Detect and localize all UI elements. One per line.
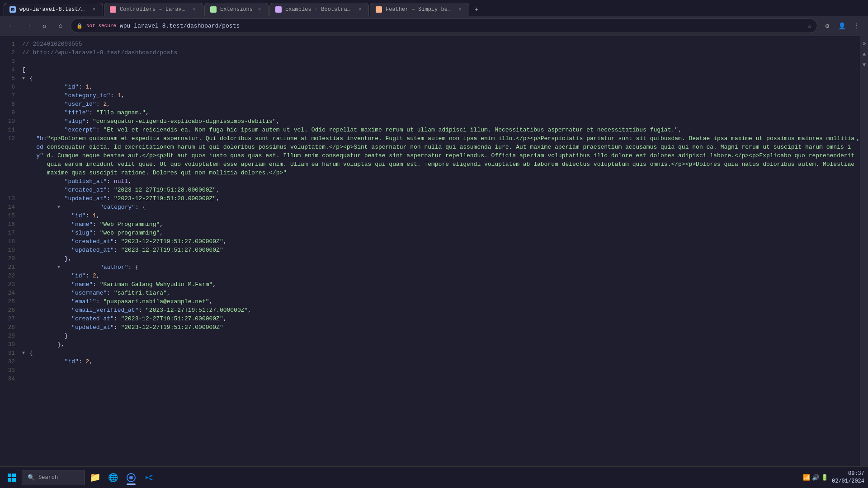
code-line-19: "slug": "web-programming", (20, 229, 860, 237)
svg-point-7 (129, 476, 133, 479)
extensions-icon[interactable]: ⚙ (821, 19, 834, 32)
code-line-9: "title": "Illo magnam.", (20, 108, 860, 117)
tab-close-2[interactable]: × (191, 6, 198, 13)
forward-button[interactable]: → (22, 19, 34, 32)
ln-34: 34 (0, 375, 20, 383)
nav-right-icons: ⚙ 👤 ⋮ (821, 19, 863, 32)
taskbar-clock: 09:37 02/01/2024 (832, 470, 864, 485)
code-line-34: "id": 2, (20, 357, 860, 366)
code-line-32: }, (20, 340, 860, 349)
tab-title-4: Examples · Bootstrap v5.0 (285, 6, 353, 13)
taskbar: 🔍 Search 📁 🌐 📶 🔊 🔋 09:37 02/01/2024 (0, 466, 868, 488)
ln-32: 32 (0, 357, 20, 366)
bookmark-icon[interactable]: ☆ (808, 22, 811, 30)
code-line-15: "updated_at": "2023-12-27T19:51:28.00000… (20, 194, 860, 203)
code-line-25: "name": "Kariman Galang Wahyudin M.Farm"… (20, 280, 860, 289)
code-line-23: ▼ "author": { (20, 263, 860, 272)
ln-6: 6 (0, 83, 20, 91)
code-line-11: "excerpt": "Et vel et reiciendis ea. Non… (20, 126, 860, 134)
start-button[interactable] (4, 469, 20, 486)
taskbar-search[interactable]: 🔍 Search (22, 470, 85, 485)
ln-3: 3 (0, 57, 20, 66)
home-button[interactable]: ⌂ (54, 19, 67, 32)
address-bar[interactable]: 🔒 Not secure wpu-laravel-8.test/dashboar… (71, 19, 817, 33)
code-line-2: // http://wpu-laravel-8.test/dashboard/p… (20, 48, 860, 57)
code-line-26: "username": "safitri.tiara", (20, 289, 860, 297)
code-line-1: // 20240102093555 (20, 40, 860, 48)
url-display: wpu-laravel-8.test/dashboard/posts (120, 23, 804, 29)
profile-icon[interactable]: 👤 (835, 19, 848, 32)
code-line-27: "email": "puspasari.nabila@example.net", (20, 297, 860, 306)
tab-close-3[interactable]: × (256, 6, 263, 13)
ln-7: 7 (0, 91, 20, 100)
tab-close-4[interactable]: × (357, 6, 363, 13)
code-line-28: "email_verified_at": "2023-12-27T19:51:2… (20, 306, 860, 314)
ln-24: 24 (0, 289, 20, 297)
tab-title-1: wpu-laravel-8.test/dashboard/p... (19, 6, 87, 13)
code-line-18: "name": "Web Programming", (20, 220, 860, 229)
ln-20: 20 (0, 254, 20, 263)
ln-10: 10 (0, 117, 20, 126)
ln-12-cont (0, 143, 20, 194)
tab-2[interactable]: Controllers – Laravel 8.x – The P... × (104, 3, 203, 16)
taskbar-chrome[interactable] (123, 469, 139, 486)
taskbar-file-explorer[interactable]: 📁 (87, 469, 103, 486)
tab-close-5[interactable]: × (457, 6, 463, 13)
taskbar-edge[interactable]: 🌐 (105, 469, 121, 486)
ln-21: 21 (0, 263, 20, 272)
ln-2: 2 (0, 48, 20, 57)
tab-active[interactable]: w wpu-laravel-8.test/dashboard/p... × (4, 3, 103, 16)
new-tab-button[interactable]: + (470, 4, 483, 16)
svg-rect-5 (12, 478, 16, 482)
tab-close-1[interactable]: × (91, 6, 97, 13)
reload-button[interactable]: ↻ (38, 19, 51, 32)
code-line-29: "created_at": "2023-12-27T19:51:27.00000… (20, 314, 860, 323)
security-icon: 🔒 (76, 23, 83, 29)
tab-title-5: Feather – Simply beautiful ope... (386, 6, 453, 13)
svg-rect-3 (12, 474, 16, 477)
code-line-21: "updated_at": "2023-12-27T19:51:27.00000… (20, 246, 860, 254)
taskbar-vscode[interactable] (141, 469, 157, 486)
code-content: // 20240102093555 // http://wpu-laravel-… (20, 36, 860, 488)
code-area: 1 2 3 4 5 6 7 8 9 10 11 12 13 14 15 16 1… (0, 36, 860, 488)
sidebar-right: ⚙ ▲ ▼ (860, 36, 868, 488)
tab-5[interactable]: Feather – Simply beautiful ope... × (370, 3, 469, 16)
ln-27: 27 (0, 314, 20, 323)
tab-3[interactable]: Extensions × (204, 3, 269, 16)
code-line-20: "created_at": "2023-12-27T19:51:27.00000… (20, 237, 860, 246)
taskbar-right: 📶 🔊 🔋 09:37 02/01/2024 (803, 470, 864, 485)
battery-icon: 🔋 (821, 474, 828, 481)
browser-chrome: w wpu-laravel-8.test/dashboard/p... × Co… (0, 0, 868, 36)
network-icon: 📶 (803, 474, 810, 481)
code-line-6: "id": 1, (20, 83, 860, 91)
tab-title-3: Extensions (220, 6, 253, 13)
volume-icon: 🔊 (812, 474, 819, 481)
back-button[interactable]: ← (5, 19, 18, 32)
code-line-16: ▼ "category": { (20, 203, 860, 211)
sidebar-expand-icon[interactable]: ▲ (861, 51, 868, 58)
ln-23: 23 (0, 280, 20, 289)
edge-icon: 🌐 (108, 473, 118, 483)
code-line-4: [ (20, 66, 860, 74)
svg-rect-4 (8, 478, 11, 482)
sidebar-settings-icon[interactable]: ⚙ (861, 40, 868, 47)
menu-icon[interactable]: ⋮ (850, 19, 863, 32)
clock-date: 02/01/2024 (832, 478, 864, 485)
ln-14: 14 (0, 203, 20, 211)
chrome-icon (127, 473, 136, 482)
ln-4: 4 (0, 66, 20, 74)
ln-15: 15 (0, 211, 20, 220)
not-secure-label: Not secure (86, 23, 116, 28)
code-line-13: "publish_at": null, (20, 177, 860, 186)
code-line-14: "created_at": "2023-12-27T19:51:28.00000… (20, 186, 860, 194)
ln-8: 8 (0, 100, 20, 108)
sidebar-collapse-icon[interactable]: ▼ (861, 61, 868, 69)
code-line-31: } (20, 332, 860, 340)
ln-17: 17 (0, 229, 20, 237)
vscode-icon (145, 473, 154, 482)
svg-rect-2 (8, 474, 11, 477)
code-line-3 (20, 57, 860, 66)
ln-5: 5 (0, 74, 20, 83)
tab-4[interactable]: Examples · Bootstrap v5.0 × (269, 3, 369, 16)
tab-bar: w wpu-laravel-8.test/dashboard/p... × Co… (0, 0, 868, 16)
